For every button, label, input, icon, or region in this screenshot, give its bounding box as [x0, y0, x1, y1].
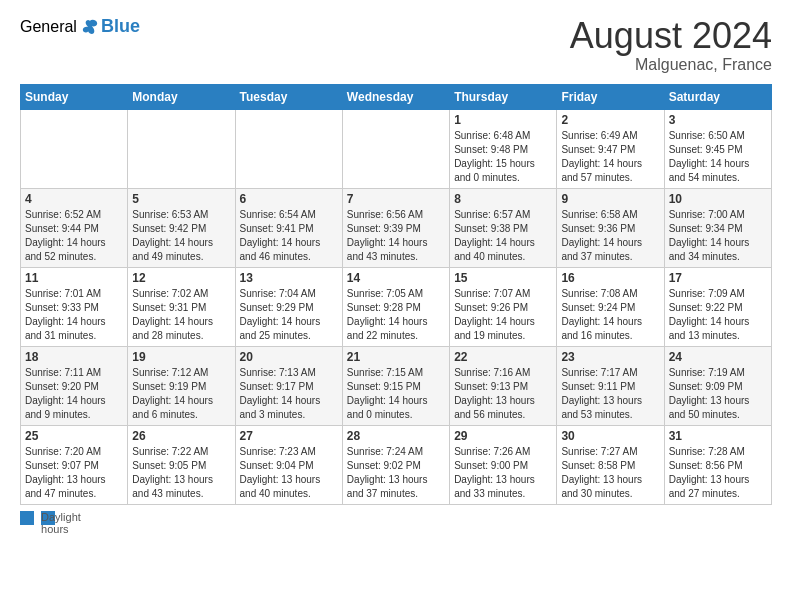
day-number: 17: [669, 271, 767, 285]
col-saturday: Saturday: [664, 84, 771, 109]
col-monday: Monday: [128, 84, 235, 109]
day-number: 27: [240, 429, 338, 443]
header: General Blue August 2024 Malguenac, Fran…: [20, 16, 772, 74]
calendar-cell: 7Sunrise: 6:56 AM Sunset: 9:39 PM Daylig…: [342, 188, 449, 267]
day-info: Sunrise: 7:28 AM Sunset: 8:56 PM Dayligh…: [669, 445, 767, 501]
day-number: 19: [132, 350, 230, 364]
logo-text: General Blue: [20, 16, 140, 37]
calendar-week-5: 25Sunrise: 7:20 AM Sunset: 9:07 PM Dayli…: [21, 425, 772, 504]
calendar-week-1: 1Sunrise: 6:48 AM Sunset: 9:48 PM Daylig…: [21, 109, 772, 188]
day-info: Sunrise: 6:54 AM Sunset: 9:41 PM Dayligh…: [240, 208, 338, 264]
calendar-cell: 12Sunrise: 7:02 AM Sunset: 9:31 PM Dayli…: [128, 267, 235, 346]
col-thursday: Thursday: [450, 84, 557, 109]
calendar-cell: 16Sunrise: 7:08 AM Sunset: 9:24 PM Dayli…: [557, 267, 664, 346]
day-info: Sunrise: 7:27 AM Sunset: 8:58 PM Dayligh…: [561, 445, 659, 501]
calendar-cell: 20Sunrise: 7:13 AM Sunset: 9:17 PM Dayli…: [235, 346, 342, 425]
calendar-cell: 14Sunrise: 7:05 AM Sunset: 9:28 PM Dayli…: [342, 267, 449, 346]
day-number: 31: [669, 429, 767, 443]
day-info: Sunrise: 7:16 AM Sunset: 9:13 PM Dayligh…: [454, 366, 552, 422]
day-number: 20: [240, 350, 338, 364]
day-info: Sunrise: 7:19 AM Sunset: 9:09 PM Dayligh…: [669, 366, 767, 422]
day-info: Sunrise: 7:24 AM Sunset: 9:02 PM Dayligh…: [347, 445, 445, 501]
calendar-cell: 11Sunrise: 7:01 AM Sunset: 9:33 PM Dayli…: [21, 267, 128, 346]
day-number: 26: [132, 429, 230, 443]
calendar-cell: 29Sunrise: 7:26 AM Sunset: 9:00 PM Dayli…: [450, 425, 557, 504]
day-number: 30: [561, 429, 659, 443]
day-info: Sunrise: 7:26 AM Sunset: 9:00 PM Dayligh…: [454, 445, 552, 501]
calendar-week-4: 18Sunrise: 7:11 AM Sunset: 9:20 PM Dayli…: [21, 346, 772, 425]
day-number: 8: [454, 192, 552, 206]
day-info: Sunrise: 6:49 AM Sunset: 9:47 PM Dayligh…: [561, 129, 659, 185]
calendar-cell: [21, 109, 128, 188]
calendar-cell: 9Sunrise: 6:58 AM Sunset: 9:36 PM Daylig…: [557, 188, 664, 267]
logo-bird-icon: [81, 18, 99, 36]
day-number: 12: [132, 271, 230, 285]
day-info: Sunrise: 7:20 AM Sunset: 9:07 PM Dayligh…: [25, 445, 123, 501]
page: General Blue August 2024 Malguenac, Fran…: [0, 0, 792, 612]
calendar-body: 1Sunrise: 6:48 AM Sunset: 9:48 PM Daylig…: [21, 109, 772, 504]
calendar-header: Sunday Monday Tuesday Wednesday Thursday…: [21, 84, 772, 109]
day-info: Sunrise: 7:09 AM Sunset: 9:22 PM Dayligh…: [669, 287, 767, 343]
month-title: August 2024: [570, 16, 772, 56]
day-number: 18: [25, 350, 123, 364]
day-number: 15: [454, 271, 552, 285]
day-info: Sunrise: 7:07 AM Sunset: 9:26 PM Dayligh…: [454, 287, 552, 343]
day-info: Sunrise: 6:57 AM Sunset: 9:38 PM Dayligh…: [454, 208, 552, 264]
calendar-cell: 24Sunrise: 7:19 AM Sunset: 9:09 PM Dayli…: [664, 346, 771, 425]
day-info: Sunrise: 7:12 AM Sunset: 9:19 PM Dayligh…: [132, 366, 230, 422]
calendar-cell: 30Sunrise: 7:27 AM Sunset: 8:58 PM Dayli…: [557, 425, 664, 504]
calendar-cell: 6Sunrise: 6:54 AM Sunset: 9:41 PM Daylig…: [235, 188, 342, 267]
calendar-cell: 28Sunrise: 7:24 AM Sunset: 9:02 PM Dayli…: [342, 425, 449, 504]
day-info: Sunrise: 7:23 AM Sunset: 9:04 PM Dayligh…: [240, 445, 338, 501]
day-info: Sunrise: 7:17 AM Sunset: 9:11 PM Dayligh…: [561, 366, 659, 422]
day-info: Sunrise: 6:58 AM Sunset: 9:36 PM Dayligh…: [561, 208, 659, 264]
calendar-cell: 17Sunrise: 7:09 AM Sunset: 9:22 PM Dayli…: [664, 267, 771, 346]
calendar-cell: 23Sunrise: 7:17 AM Sunset: 9:11 PM Dayli…: [557, 346, 664, 425]
day-info: Sunrise: 6:53 AM Sunset: 9:42 PM Dayligh…: [132, 208, 230, 264]
day-number: 4: [25, 192, 123, 206]
calendar-cell: 8Sunrise: 6:57 AM Sunset: 9:38 PM Daylig…: [450, 188, 557, 267]
title-section: August 2024 Malguenac, France: [570, 16, 772, 74]
calendar-cell: [342, 109, 449, 188]
day-info: Sunrise: 7:00 AM Sunset: 9:34 PM Dayligh…: [669, 208, 767, 264]
day-info: Sunrise: 6:52 AM Sunset: 9:44 PM Dayligh…: [25, 208, 123, 264]
day-info: Sunrise: 6:50 AM Sunset: 9:45 PM Dayligh…: [669, 129, 767, 185]
day-number: 24: [669, 350, 767, 364]
calendar-cell: 1Sunrise: 6:48 AM Sunset: 9:48 PM Daylig…: [450, 109, 557, 188]
day-info: Sunrise: 7:13 AM Sunset: 9:17 PM Dayligh…: [240, 366, 338, 422]
day-info: Sunrise: 6:56 AM Sunset: 9:39 PM Dayligh…: [347, 208, 445, 264]
day-info: Sunrise: 7:01 AM Sunset: 9:33 PM Dayligh…: [25, 287, 123, 343]
day-number: 22: [454, 350, 552, 364]
day-info: Sunrise: 7:11 AM Sunset: 9:20 PM Dayligh…: [25, 366, 123, 422]
daylight-color-swatch: [20, 511, 34, 525]
calendar-cell: [128, 109, 235, 188]
logo-general: General: [20, 18, 77, 36]
day-number: 28: [347, 429, 445, 443]
calendar-cell: 5Sunrise: 6:53 AM Sunset: 9:42 PM Daylig…: [128, 188, 235, 267]
day-info: Sunrise: 7:02 AM Sunset: 9:31 PM Dayligh…: [132, 287, 230, 343]
day-info: Sunrise: 7:22 AM Sunset: 9:05 PM Dayligh…: [132, 445, 230, 501]
calendar-cell: 21Sunrise: 7:15 AM Sunset: 9:15 PM Dayli…: [342, 346, 449, 425]
calendar-cell: 19Sunrise: 7:12 AM Sunset: 9:19 PM Dayli…: [128, 346, 235, 425]
day-number: 5: [132, 192, 230, 206]
calendar-cell: 10Sunrise: 7:00 AM Sunset: 9:34 PM Dayli…: [664, 188, 771, 267]
calendar-cell: 31Sunrise: 7:28 AM Sunset: 8:56 PM Dayli…: [664, 425, 771, 504]
day-number: 2: [561, 113, 659, 127]
day-number: 25: [25, 429, 123, 443]
calendar-table: Sunday Monday Tuesday Wednesday Thursday…: [20, 84, 772, 505]
col-wednesday: Wednesday: [342, 84, 449, 109]
day-number: 6: [240, 192, 338, 206]
day-number: 21: [347, 350, 445, 364]
calendar-cell: 13Sunrise: 7:04 AM Sunset: 9:29 PM Dayli…: [235, 267, 342, 346]
calendar-cell: [235, 109, 342, 188]
day-number: 10: [669, 192, 767, 206]
day-number: 7: [347, 192, 445, 206]
calendar-cell: 25Sunrise: 7:20 AM Sunset: 9:07 PM Dayli…: [21, 425, 128, 504]
calendar-cell: 4Sunrise: 6:52 AM Sunset: 9:44 PM Daylig…: [21, 188, 128, 267]
calendar-cell: 2Sunrise: 6:49 AM Sunset: 9:47 PM Daylig…: [557, 109, 664, 188]
location: Malguenac, France: [570, 56, 772, 74]
day-number: 1: [454, 113, 552, 127]
day-number: 13: [240, 271, 338, 285]
calendar-week-2: 4Sunrise: 6:52 AM Sunset: 9:44 PM Daylig…: [21, 188, 772, 267]
day-info: Sunrise: 7:05 AM Sunset: 9:28 PM Dayligh…: [347, 287, 445, 343]
